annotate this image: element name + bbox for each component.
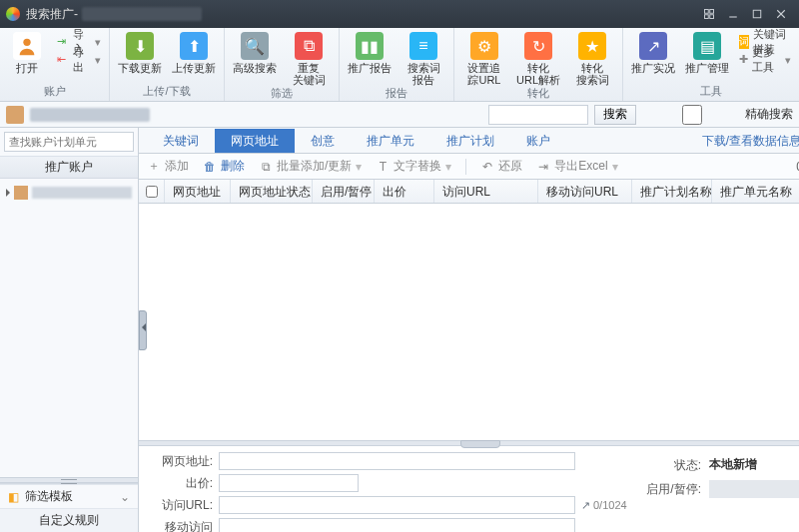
ribbon-group-tools: ↗推广实况 ▤推广管理 词关键词拼装 ✚更多工具▾ 工具 [623,28,799,101]
horizontal-splitter[interactable] [139,440,799,446]
svg-rect-3 [710,15,714,19]
ribbon: 打开 ⇥导入▾ ⇤导出▾ 账户 ⬇下载更新 ⬆上传更新 上传/下载 🔍高级搜索 … [0,28,799,102]
download-update-button[interactable]: ⬇下载更新 [118,32,162,74]
col-enable[interactable]: 启用/暂停 [313,180,375,203]
select-all-checkbox[interactable] [139,180,165,203]
export-excel-button[interactable]: ⇥导出Excel▾ [536,158,617,175]
input-url[interactable] [219,452,575,470]
svg-rect-0 [705,10,709,14]
sidebar-search-input[interactable] [4,132,134,152]
label-mobile-url: 移动访问URL: [149,518,213,532]
value-status: 本地新增 [709,456,799,474]
kw-report-button[interactable]: ≡搜索词 报告 [401,32,445,86]
label-price: 出价: [149,474,213,492]
label-status: 状态: [641,456,701,474]
minimize-button[interactable] [721,4,745,24]
table-header: 网页地址 网页地址状态 启用/暂停 出价 访问URL 移动访问URL 推广计划名… [139,180,799,204]
promo-manage-button[interactable]: ▤推广管理 [685,32,729,74]
open-button[interactable]: 打开 [8,32,47,74]
download-data-link[interactable]: 下载/查看数据信息⌄ [702,129,799,153]
promo-report-button[interactable]: ▮▮推广报告 [348,32,392,74]
splitter-grip-icon [460,440,500,448]
tab-creative[interactable]: 创意 [295,129,351,153]
dup-keyword-button[interactable]: ⧉重复 关键词 [287,32,331,86]
batch-button[interactable]: ⧉批量添加/更新▾ [259,158,362,175]
tab-bar: 关键词 网页地址 创意 推广单元 推广计划 账户 下载/查看数据信息⌄ [139,128,799,154]
sidebar-collapse-handle[interactable] [139,310,147,350]
input-price[interactable] [219,474,359,492]
svg-point-8 [24,39,31,46]
label-enable: 启用/暂停: [641,480,701,498]
adv-search-button[interactable]: 🔍高级搜索 [233,32,277,74]
content-area: 关键词 网页地址 创意 推广单元 推广计划 账户 下载/查看数据信息⌄ ＋添加 … [139,128,799,532]
delete-button[interactable]: 🗑删除 [203,158,245,175]
settings-icon[interactable] [697,4,721,24]
group-caption: 报告 [386,86,407,101]
avatar-icon [14,186,28,200]
input-mobile-url[interactable] [219,518,575,532]
table-body [139,204,799,440]
tab-plan[interactable]: 推广计划 [430,129,510,153]
tree-label-blurred [32,187,132,199]
export-button[interactable]: ⇤导出▾ [57,52,101,68]
track-url-button[interactable]: ⚙设置追 踪URL [462,32,506,86]
search-button[interactable]: 搜索 [594,105,636,125]
col-plan[interactable]: 推广计划名称 [632,180,712,203]
account-label-blurred [30,108,150,122]
tree-item[interactable] [6,183,132,203]
ribbon-group-updown: ⬇下载更新 ⬆上传更新 上传/下载 [110,28,225,101]
col-status[interactable]: 网页地址状态 [231,180,313,203]
custom-rule-section[interactable]: 自定义规则 [0,508,138,532]
tab-keyword[interactable]: 关键词 [147,129,215,153]
col-price[interactable]: 出价 [375,180,434,203]
exact-search-checkbox[interactable]: 精确搜索 [642,105,793,125]
close-button[interactable] [769,4,793,24]
group-caption: 筛选 [271,86,293,101]
col-visit-url[interactable]: 访问URL [434,180,538,203]
maximize-button[interactable] [745,4,769,24]
chevron-down-icon: ⌄ [120,490,130,504]
external-link-icon[interactable]: ↗ [581,499,590,512]
more-tools-button[interactable]: ✚更多工具▾ [739,52,791,68]
col-unit[interactable]: 推广单元名称 [712,180,799,203]
title-bar: 搜索推广- [0,0,799,28]
svg-rect-2 [705,15,709,19]
svg-rect-5 [753,10,761,18]
ribbon-group-account: 打开 ⇥导入▾ ⇤导出▾ 账户 [0,28,110,101]
toolbar: ＋添加 🗑删除 ⧉批量添加/更新▾ T文字替换▾ ↶还原 ⇥导出Excel▾ 0… [139,154,799,180]
add-button[interactable]: ＋添加 [147,158,189,175]
detail-panel: 网页地址: 出价: 访问URL: ↗0/1024 移动访问URL: ↗0/102… [139,446,799,532]
group-caption: 工具 [700,84,722,99]
global-search-input[interactable] [488,105,588,125]
restore-button[interactable]: ↶还原 [480,158,522,175]
col-mobile-url[interactable]: 移动访问URL [538,180,632,203]
label-visit-url: 访问URL: [149,496,213,514]
upload-update-button[interactable]: ⬆上传更新 [172,32,216,74]
expand-icon[interactable] [6,189,10,197]
promo-live-button[interactable]: ↗推广实况 [631,32,675,74]
group-caption: 上传/下载 [143,84,190,99]
sidebar-header: 推广账户 [0,157,138,179]
group-caption: 转化 [527,86,549,101]
url-parse-button[interactable]: ↻转化 URL解析 [516,32,560,86]
svg-rect-1 [710,10,714,14]
app-logo-icon [6,7,20,21]
filter-icon: ◧ [8,490,19,504]
ribbon-group-convert: ⚙设置追 踪URL ↻转化 URL解析 ★转化 搜索词 转化 [454,28,623,101]
filter-template-section[interactable]: ◧ 筛选模板 ⌄ [0,484,138,508]
avatar-icon [6,106,24,124]
tab-unit[interactable]: 推广单元 [351,129,430,153]
enable-toggle[interactable] [709,480,799,498]
input-visit-url[interactable] [219,496,575,514]
tab-account[interactable]: 账户 [510,129,566,153]
sidebar-resize-handle[interactable] [0,477,138,483]
conv-keyword-button[interactable]: ★转化 搜索词 [570,32,614,86]
sidebar: 推广账户 ◧ 筛选模板 ⌄ 自定义规则 [0,128,139,532]
col-url[interactable]: 网页地址 [165,180,231,203]
tab-webpage[interactable]: 网页地址 [215,129,295,153]
search-bar: 搜索 精确搜索 [0,102,799,128]
account-name-blurred [82,7,202,21]
ribbon-group-report: ▮▮推广报告 ≡搜索词 报告 报告 [340,28,454,101]
text-replace-button[interactable]: T文字替换▾ [376,158,451,175]
window-title: 搜索推广- [26,6,78,23]
